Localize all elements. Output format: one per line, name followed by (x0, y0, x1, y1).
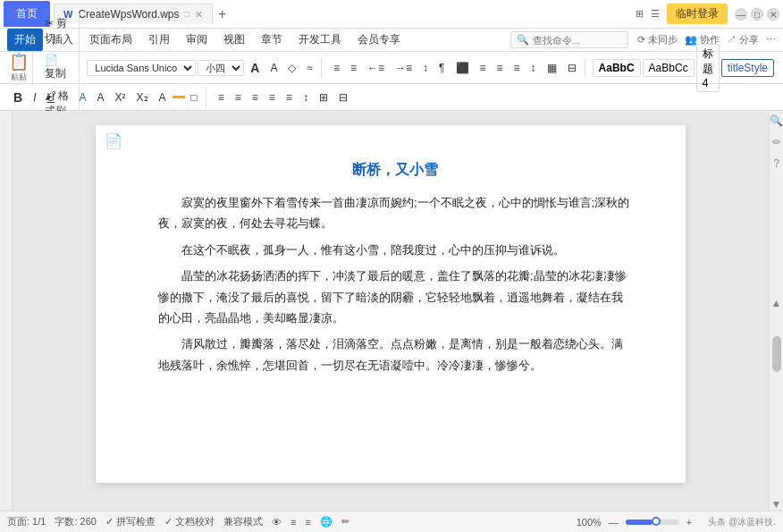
style-gallery-group: AaBbC AaBbCc 标题 4 titleStyle (589, 44, 778, 92)
word-count: 字数: 260 (55, 515, 96, 528)
zoom-percent: 100% (577, 517, 602, 528)
cut-button[interactable]: ✂ 剪切 (40, 13, 75, 49)
status-left: 页面: 1/1 字数: 260 ✓ 拼写检查 ✓ 文档校对 兼容模式 👁 ≡ ≡… (7, 515, 349, 528)
compat-mode[interactable]: 兼容模式 (223, 515, 263, 528)
layout-icon: ⊞ (636, 8, 644, 20)
phonetic-button[interactable]: ≈ (302, 59, 317, 77)
strikethrough-button[interactable]: · (61, 89, 72, 106)
paste-button[interactable]: 📋 粘贴 (9, 52, 29, 83)
bold-button[interactable]: B (9, 88, 27, 107)
copy-button[interactable]: 📄 复制 (40, 51, 75, 84)
font-shrink-button[interactable]: A (265, 59, 282, 77)
para-settings-btn[interactable]: ⊞ (315, 89, 333, 106)
zoom-slider[interactable] (626, 519, 679, 525)
tab-review[interactable]: 审阅 (179, 29, 215, 51)
style-titlestyle[interactable]: titleStyle (721, 59, 774, 77)
highlight-button[interactable]: A (155, 89, 171, 106)
tab-dev-tools[interactable]: 开发工具 (291, 29, 349, 51)
justify-button[interactable]: ≡ (509, 59, 525, 77)
font-color-button[interactable]: A (74, 89, 90, 106)
minimize-icon: □ (185, 10, 189, 19)
watermark-text: 头条 @冰蓝科技. (708, 516, 776, 528)
center-align-btn[interactable]: ≡ (305, 517, 310, 528)
style-aabbc2[interactable]: AaBbCc (643, 59, 695, 77)
close-tab-icon[interactable]: ✕ (195, 9, 203, 21)
align-right-button[interactable]: ≡ (493, 59, 508, 77)
underline-button[interactable]: U (42, 89, 59, 106)
line-spacing-button[interactable]: ↕ (526, 59, 541, 77)
tab-view[interactable]: 视图 (216, 29, 252, 51)
tab-section[interactable]: 章节 (254, 29, 290, 51)
font-size-select[interactable]: 小四 (198, 60, 244, 76)
paragraph-group: ≡ ≡ ←≡ →≡ ↕ ¶ ⬛ ≡ ≡ ≡ ↕ ▦ ⊟ (325, 59, 585, 77)
align-group: ≡ ≡ ≡ ≡ ≡ ↕ ⊞ ⊟ (210, 89, 356, 106)
title-bar-right: ⊞ ☰ 临时登录 — □ ✕ (636, 4, 779, 24)
pen-icon[interactable]: ✏ (341, 516, 349, 528)
paragraph-1: 寂寞的夜里窗外下着雪传来一首曲凄凉而婉约;一个不眠之夜，心中的惆怅与谁言;深秋的… (158, 192, 632, 234)
justify-btn2[interactable]: ≡ (265, 89, 280, 106)
minimize-button[interactable]: — (735, 8, 747, 21)
search-sidebar-icon[interactable]: 🔍 (770, 114, 783, 127)
shading-button[interactable]: ▦ (543, 59, 561, 77)
document-page: 📄 断桥，又小雪 寂寞的夜里窗外下着雪传来一首曲凄凉而婉约;一个不眠之夜，心中的… (96, 125, 686, 483)
indent-increase-button[interactable]: →≡ (391, 59, 417, 77)
zoom-handle[interactable] (652, 517, 661, 526)
text-shading-button[interactable]: □ (187, 89, 202, 106)
numbered-list-button[interactable]: ≡ (346, 59, 361, 77)
scroll-up-icon[interactable]: ▲ (771, 297, 782, 309)
bullet-list-button[interactable]: ≡ (329, 59, 344, 77)
doc-compare-status[interactable]: ✓ 文档校对 (164, 515, 215, 528)
title-bar: 首页 W CreateWpsWord.wps □ ✕ + ⊞ ☰ 临时登录 — … (0, 0, 783, 29)
subscript-button[interactable]: X₂ (132, 89, 153, 106)
style-aabbc1[interactable]: AaBbC (593, 59, 641, 77)
italic-button[interactable]: I (29, 89, 40, 106)
page-icon: 📄 (105, 132, 122, 149)
font-name-select[interactable]: Lucida Sans Unico (87, 60, 196, 76)
align-right-btn2[interactable]: ≡ (248, 89, 263, 106)
login-button[interactable]: 临时登录 (667, 4, 728, 24)
font-group: Lucida Sans Unico 小四 A A ◇ ≈ (83, 58, 322, 78)
status-right: 100% — + (577, 517, 693, 528)
spell-check-status[interactable]: ✓ 拼写检查 (105, 515, 156, 528)
align-center-btn2[interactable]: ≡ (231, 89, 246, 106)
style-heading4[interactable]: 标题 4 (696, 44, 720, 92)
tab-member[interactable]: 会员专享 (350, 29, 408, 51)
indent-decrease-button[interactable]: ←≡ (363, 59, 389, 77)
zoom-plus-button[interactable]: + (686, 517, 692, 528)
highlight-color-bar (173, 96, 185, 98)
tab-page-layout[interactable]: 页面布局 (82, 29, 139, 51)
align-left-button[interactable]: ⬛ (451, 59, 474, 77)
zoom-minus-button[interactable]: — (609, 517, 619, 528)
distributed-btn[interactable]: ≡ (282, 89, 297, 106)
font-grow-button[interactable]: A (246, 58, 264, 78)
sort-button[interactable]: ↕ (418, 59, 433, 77)
superscript-button[interactable]: X² (111, 89, 130, 106)
tab-reference[interactable]: 引用 (141, 29, 177, 51)
window-controls: — □ ✕ (735, 8, 779, 21)
clear-format-button[interactable]: ◇ (283, 59, 300, 77)
borders-button[interactable]: ⊟ (563, 59, 581, 77)
char-border-button[interactable]: A (93, 89, 109, 106)
scroll-down-icon[interactable]: ▼ (771, 498, 782, 511)
align-center-button[interactable]: ≡ (476, 59, 491, 77)
search-icon: 🔍 (517, 34, 529, 46)
show-marks-button[interactable]: ¶ (434, 59, 449, 77)
globe-icon[interactable]: 🌐 (320, 516, 333, 528)
document-title: 断桥，又小雪 (158, 161, 632, 180)
col-break-btn[interactable]: ⊟ (334, 89, 352, 106)
paragraph-4: 清风散过，瓣瓣落，落尽处，泪滴落空。点点粉嫩，是离情，别是一般着恋绕心头。满地残… (158, 334, 632, 376)
layout-btn[interactable]: ≡ (290, 517, 296, 528)
close-button[interactable]: ✕ (767, 8, 779, 21)
line-spacing-btn2[interactable]: ↕ (299, 89, 313, 106)
toolbar-formatting: 📋 粘贴 ✂ 剪切 📄 复制 🖌 格式刷 Lucida Sans Unico 小… (0, 52, 783, 84)
main-area: 📄 断桥，又小雪 寂寞的夜里窗外下着雪传来一首曲凄凉而婉约;一个不眠之夜，心中的… (0, 111, 783, 511)
document-canvas[interactable]: 📄 断桥，又小雪 寂寞的夜里窗外下着雪传来一首曲凄凉而婉约;一个不眠之夜，心中的… (13, 111, 769, 511)
edit-sidebar-icon[interactable]: ✏ (772, 136, 781, 148)
paragraph-3: 晶莹的冰花扬扬洒洒的挥下，冲淡了最后的暖意，盖住了飘落的花瓣;晶莹的冰花凄凄惨惨… (158, 266, 632, 328)
comment-sidebar-icon[interactable]: ? (773, 157, 779, 170)
align-left-btn2[interactable]: ≡ (214, 89, 229, 106)
maximize-button[interactable]: □ (751, 8, 763, 21)
scroll-thumb[interactable] (772, 336, 781, 372)
page-info: 页面: 1/1 (7, 515, 46, 528)
new-tab-button[interactable]: + (218, 7, 226, 21)
